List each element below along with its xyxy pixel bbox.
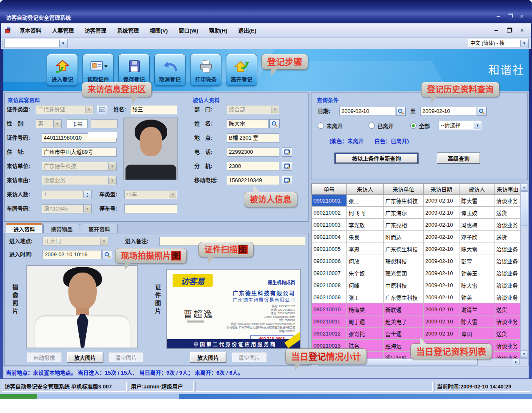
date-to-input[interactable]: 2009-02-10 — [420, 107, 476, 116]
cell-reason[interactable]: 洽谈业务 — [494, 267, 521, 279]
table-row[interactable]: 090210001张三广东德生科技2009-02-10陈大雷洽谈业务 — [312, 195, 521, 207]
id-type-combobox[interactable]: 二代身份证 ▼ — [36, 105, 93, 114]
chevron-down-icon[interactable]: ▼ — [169, 191, 176, 198]
cell-id[interactable]: 090210005 — [312, 243, 347, 255]
visit-reason-combobox[interactable]: 洽谈业务 ▼ — [42, 176, 117, 185]
cell-company[interactable]: 广东德生科技 — [384, 243, 424, 255]
cell-reason[interactable]: 洽谈业务 — [494, 315, 521, 328]
table-row[interactable]: 090210008何峰中原科技2009-02-10陈大雷洽谈业务 — [312, 279, 521, 291]
col-header-date[interactable]: 来访日期 — [424, 184, 459, 195]
table-row[interactable]: 090210004朱良附而达2009-02-10邓子欣送货 — [312, 231, 521, 243]
cell-date[interactable]: 2009-02-10 — [424, 195, 459, 207]
menu-item-window[interactable]: 窗口(W) — [173, 23, 203, 37]
chevron-down-icon[interactable]: ▼ — [271, 106, 279, 113]
card-number-input[interactable] — [91, 119, 118, 128]
radio-left[interactable]: 已离开 — [369, 122, 394, 130]
cell-host[interactable]: 钟美玉 — [459, 267, 494, 279]
host-name-input[interactable]: 陈大雷 — [227, 119, 269, 128]
cell-id[interactable]: 090210010 — [312, 303, 347, 315]
cell-date[interactable]: 2009-02-10 — [424, 207, 459, 219]
visitor-count-stepper[interactable]: 1 ▴▾ — [42, 190, 92, 199]
table-row[interactable]: 090210012张寄托富士通2009-02-10谭国送货 — [312, 328, 521, 340]
date-from-picker-button[interactable] — [396, 107, 406, 116]
cell-visitor[interactable]: 张三 — [347, 195, 384, 207]
cell-id[interactable]: 090210008 — [312, 279, 347, 291]
enter-location-combobox[interactable]: 正大门 ▼ — [43, 237, 108, 246]
cell-reason[interactable]: 洽谈业务 — [494, 291, 521, 303]
cell-company[interactable]: 富士通 — [384, 328, 424, 340]
cell-company[interactable]: 中原科技 — [384, 279, 424, 291]
chevron-down-icon[interactable]: ▼ — [53, 120, 61, 128]
chevron-down-icon[interactable]: ▼ — [520, 40, 528, 47]
tab-leave-info[interactable]: 离开资料 — [81, 224, 118, 233]
table-row[interactable]: 090210003李光放广东亮相2009-02-10冯惠梅洽谈业务 — [312, 219, 521, 231]
cell-date[interactable]: 2009-02-10 — [424, 315, 459, 328]
visitor-name-input[interactable]: 张三 — [130, 105, 177, 114]
cell-date[interactable]: 2009-02-10 — [424, 243, 459, 255]
cell-company[interactable]: 附而达 — [384, 231, 424, 243]
sms-phone-icon-button[interactable] — [282, 148, 292, 157]
menu-item-help[interactable]: 帮助(H) — [203, 23, 233, 37]
cell-host[interactable]: 谢清兰 — [459, 303, 494, 315]
menu-item-exit[interactable]: 退出(E) — [233, 23, 261, 37]
minimize-icon[interactable] — [494, 13, 503, 20]
mobile-input[interactable]: 15602210349 — [227, 176, 279, 185]
chevron-down-icon[interactable]: ▼ — [108, 177, 116, 184]
cell-date[interactable]: 2009-02-10 — [424, 267, 459, 279]
cell-reason[interactable]: 洽谈业务 — [494, 195, 521, 207]
table-row[interactable]: 090210002何飞飞广东海尔2009-02-10谭玉姣送货 — [312, 207, 521, 219]
scroll-right-icon[interactable]: ► — [513, 359, 519, 365]
scroll-up-icon[interactable]: ▲ — [521, 184, 527, 191]
cell-host[interactable]: 冯惠梅 — [459, 219, 494, 231]
requery-button[interactable]: 按以上条件重新查询 — [334, 153, 419, 164]
tab-carried-items[interactable]: 携带物品 — [43, 224, 80, 233]
chevron-down-icon[interactable]: ▼ — [59, 40, 67, 47]
print-slip-button[interactable]: 打印凭条 — [190, 54, 221, 86]
read-id-button[interactable]: 读取证件 — [83, 54, 114, 86]
leave-register-button[interactable]: 离开登记 — [226, 54, 257, 86]
cell-reason[interactable]: 洽谈业务 — [494, 255, 521, 267]
cell-company[interactable]: 广东海尔 — [384, 207, 424, 219]
cell-host[interactable]: 陈大雷 — [459, 243, 494, 255]
col-header-host[interactable]: 被访人 — [459, 184, 494, 195]
cell-company[interactable]: 赴美电子 — [384, 315, 424, 328]
table-row[interactable]: 090210006何放联想科技2009-02-10彭萱洽谈业务 — [312, 255, 521, 267]
enter-register-button[interactable]: 进入登记 — [47, 54, 78, 86]
restore-icon[interactable] — [505, 13, 514, 20]
cancel-register-button[interactable]: 取消登记 — [154, 54, 186, 86]
stepper-arrows-icon[interactable]: ▴▾ — [83, 191, 91, 198]
col-header-visitor[interactable]: 来访人 — [347, 184, 384, 195]
mdi-close-icon[interactable]: × — [517, 27, 527, 34]
cell-visitor[interactable]: 朱良 — [347, 231, 384, 243]
language-bar[interactable]: 中文 (简体) - 搜 ▼ — [468, 39, 529, 48]
cell-id[interactable]: 090210009 — [312, 291, 347, 303]
host-search-icon-button[interactable] — [269, 119, 280, 128]
vscroll-thumb[interactable] — [521, 191, 528, 225]
cell-id[interactable]: 090210007 — [312, 267, 347, 279]
menu-item-basic[interactable]: 基本资料 — [14, 23, 47, 37]
cell-id[interactable]: 090210011 — [312, 315, 347, 328]
chevron-down-icon[interactable]: ▼ — [108, 163, 116, 170]
cell-visitor[interactable]: 周于通 — [347, 315, 384, 328]
cell-visitor[interactable]: 张寄托 — [347, 328, 384, 340]
cell-date[interactable]: 2009-02-10 — [424, 303, 459, 315]
col-header-id[interactable]: 单号 — [312, 184, 347, 195]
cell-host[interactable]: 陈大雷 — [459, 315, 494, 328]
extension-input[interactable]: 2300 — [227, 162, 279, 171]
cell-host[interactable]: 谭国 — [459, 328, 494, 340]
quick-search-combobox[interactable]: ▼ — [4, 39, 68, 48]
cell-host[interactable]: 谭玉姣 — [459, 207, 494, 219]
cell-visitor[interactable]: 李光放 — [347, 219, 384, 231]
cell-date[interactable]: 2009-02-10 — [424, 219, 459, 231]
start-camera-button[interactable]: 启动摄像 — [27, 352, 62, 362]
tab-enter-info[interactable]: 进入资料 — [6, 223, 43, 233]
cell-date[interactable]: 2009-02-10 — [424, 279, 459, 291]
cell-date[interactable]: 2009-02-10 — [424, 328, 459, 340]
cell-reason[interactable]: 洽谈业务 — [494, 352, 521, 359]
table-row[interactable]: 090210007朱个奴理光集团2009-02-10钟美玉洽谈业务 — [312, 267, 521, 279]
cell-visitor[interactable]: 何峰 — [347, 279, 384, 291]
date-from-input[interactable]: 2009-02-10 — [339, 107, 395, 116]
date-to-picker-button[interactable] — [477, 107, 487, 116]
cell-date[interactable]: 2009-02-10 — [424, 231, 459, 243]
chevron-down-icon[interactable]: ▼ — [83, 205, 91, 213]
